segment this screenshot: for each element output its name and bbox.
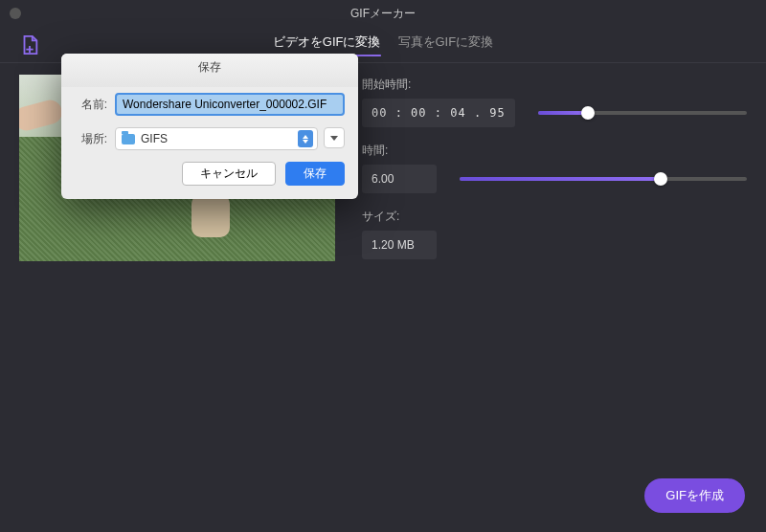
- expand-browse-button[interactable]: [324, 127, 345, 148]
- add-file-icon[interactable]: [19, 34, 40, 55]
- duration-slider[interactable]: [460, 177, 747, 181]
- title-bar: GIFメーカー: [0, 0, 766, 27]
- size-label: サイズ:: [362, 209, 747, 225]
- save-button[interactable]: 保存: [285, 162, 345, 186]
- dialog-title: 保存: [61, 54, 358, 87]
- tab-photo-to-gif[interactable]: 写真をGIFに変換: [398, 33, 494, 56]
- name-label: 名前:: [75, 97, 107, 113]
- tabs: ビデオをGIFに変換 写真をGIFに変換: [273, 33, 493, 56]
- close-window-icon[interactable]: [10, 8, 21, 19]
- start-time-label: 開始時間:: [362, 77, 747, 93]
- location-value: GIFS: [141, 132, 168, 145]
- updown-icon: [298, 130, 313, 147]
- location-label: 場所:: [75, 131, 107, 147]
- save-dialog: 保存 名前: 場所: GIFS キャンセル 保存: [61, 54, 358, 199]
- duration-label: 時間:: [362, 143, 747, 159]
- filename-input[interactable]: [115, 93, 345, 116]
- start-time-slider[interactable]: [538, 111, 747, 115]
- settings-panel: 開始時間: 00 : 00 : 04 . 95 時間: 6.00 サイズ: 1.…: [362, 75, 747, 261]
- chevron-down-icon: [330, 136, 338, 141]
- folder-icon: [122, 134, 135, 144]
- app-title: GIFメーカー: [350, 6, 416, 22]
- create-gif-button[interactable]: GIFを作成: [644, 478, 745, 513]
- cancel-button[interactable]: キャンセル: [182, 162, 276, 186]
- slider-thumb[interactable]: [581, 106, 595, 120]
- start-time-value[interactable]: 00 : 00 : 04 . 95: [362, 99, 515, 127]
- location-select[interactable]: GIFS: [115, 127, 318, 150]
- size-value: 1.20 MB: [362, 231, 437, 259]
- slider-thumb[interactable]: [654, 172, 667, 186]
- tab-video-to-gif[interactable]: ビデオをGIFに変換: [273, 33, 381, 56]
- duration-value[interactable]: 6.00: [362, 165, 437, 193]
